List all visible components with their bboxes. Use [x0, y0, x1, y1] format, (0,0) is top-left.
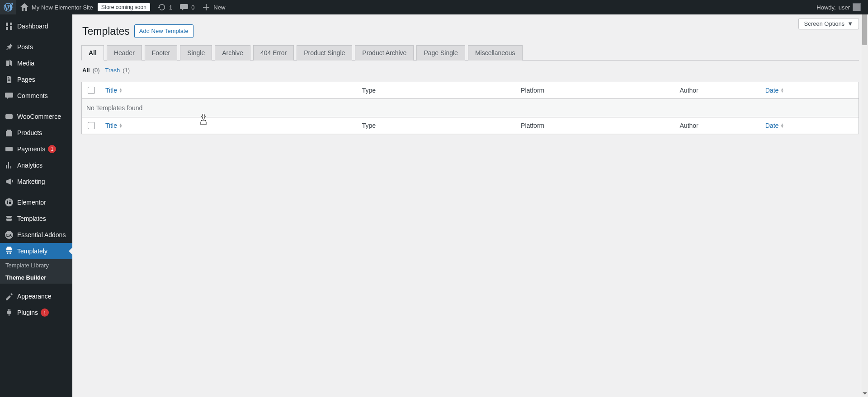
updates-menu[interactable]: 1 — [154, 0, 176, 14]
svg-rect-0 — [5, 114, 13, 119]
filter-trash-count: (1) — [123, 67, 130, 74]
tab-footer[interactable]: Footer — [145, 45, 177, 61]
sort-icon: ▲▼ — [119, 88, 123, 93]
page-title: Templates — [82, 25, 130, 37]
plus-icon — [202, 3, 211, 12]
new-label: New — [213, 4, 225, 11]
howdy-prefix: Howdy, — [816, 4, 835, 11]
sidebar-item-comments[interactable]: Comments — [0, 88, 72, 104]
user-name-label: user — [839, 4, 850, 11]
filter-all-label[interactable]: All — [82, 67, 90, 74]
sort-icon: ▲▼ — [119, 123, 123, 128]
col-date[interactable]: Date ▲▼ — [761, 82, 859, 98]
woocommerce-icon — [5, 112, 14, 121]
select-all-checkbox-top[interactable] — [88, 87, 95, 94]
col-title[interactable]: Title ▲▼ — [101, 82, 358, 98]
sort-icon: ▲▼ — [780, 88, 784, 93]
updates-count: 1 — [169, 4, 172, 11]
sidebar-item-pages[interactable]: Pages — [0, 71, 72, 88]
sidebar-item-media[interactable]: Media — [0, 55, 72, 71]
badge-count: 1 — [48, 145, 56, 152]
empty-state-row: No Templates found — [82, 99, 859, 117]
pages-icon — [5, 75, 14, 84]
sidebar-item-label: Comments — [17, 92, 48, 99]
sort-icon: ▲▼ — [780, 123, 784, 128]
tab-product-single[interactable]: Product Single — [297, 45, 352, 61]
status-filters: All (0) Trash (1) — [82, 67, 859, 74]
site-name-label: My New Elementor Site — [32, 4, 93, 11]
sidebar-item-label: Media — [17, 60, 34, 67]
products-icon — [5, 128, 14, 137]
col-platform: Platform — [516, 82, 675, 98]
avatar-icon — [853, 3, 861, 11]
col-type: Type — [358, 82, 516, 98]
main-content: Screen Options ▼ Templates Add New Templ… — [72, 14, 868, 152]
col-platform-foot: Platform — [516, 117, 675, 134]
admin-menu-sidebar: Dashboard Posts Media Pages Comments Woo… — [0, 14, 72, 152]
home-icon — [20, 3, 29, 12]
sidebar-item-dashboard[interactable]: Dashboard — [0, 18, 72, 34]
pin-icon — [5, 42, 14, 51]
sidebar-item-label: WooCommerce — [17, 113, 61, 120]
sidebar-item-label: Products — [17, 129, 42, 136]
sidebar-item-products[interactable]: Products — [0, 125, 72, 141]
table-header-row: Title ▲▼ Type Platform Author Date ▲▼ — [82, 82, 859, 99]
comments-menu[interactable]: 0 — [176, 0, 198, 14]
tab-all[interactable]: All — [81, 45, 104, 61]
tab-header[interactable]: Header — [107, 45, 142, 61]
wordpress-icon — [4, 3, 13, 12]
template-type-tabs: All Header Footer Single Archive 404 Err… — [81, 45, 859, 60]
payments-icon — [5, 145, 14, 152]
sidebar-item-posts[interactable]: Posts — [0, 39, 72, 55]
filter-all-count: (0) — [93, 67, 100, 74]
sidebar-item-label: Dashboard — [17, 23, 48, 30]
svg-rect-2 — [5, 148, 13, 149]
tab-single[interactable]: Single — [180, 45, 212, 61]
dashboard-icon — [5, 22, 14, 31]
col-type-foot: Type — [358, 117, 516, 134]
comment-icon — [179, 3, 189, 12]
tab-archive[interactable]: Archive — [215, 45, 250, 61]
tab-page-single[interactable]: Page Single — [416, 45, 465, 61]
col-date-foot[interactable]: Date ▲▼ — [761, 117, 859, 134]
tab-miscellaneous[interactable]: Miscellaneous — [468, 45, 523, 61]
sidebar-item-label: Pages — [17, 76, 35, 83]
tab-404[interactable]: 404 Error — [253, 45, 294, 61]
chevron-down-icon: ▼ — [847, 20, 853, 27]
col-author-foot: Author — [675, 117, 761, 134]
sidebar-item-payments[interactable]: Payments 1 — [0, 141, 72, 152]
sidebar-item-woocommerce[interactable]: WooCommerce — [0, 108, 72, 125]
select-all-checkbox-bottom[interactable] — [88, 122, 95, 129]
admin-bar: My New Elementor Site Store coming soon … — [0, 0, 868, 14]
sidebar-item-label: Payments — [17, 145, 45, 152]
col-author: Author — [675, 82, 761, 98]
col-title-foot[interactable]: Title ▲▼ — [101, 117, 358, 134]
screen-options-button[interactable]: Screen Options ▼ — [798, 18, 859, 29]
screen-options-label: Screen Options — [804, 20, 845, 27]
add-new-template-button[interactable]: Add New Template — [134, 24, 193, 38]
filter-trash-link[interactable]: Trash — [105, 67, 120, 74]
table-footer-row: Title ▲▼ Type Platform Author Date ▲▼ — [82, 117, 859, 134]
update-icon — [157, 3, 166, 12]
comments-icon — [5, 91, 14, 100]
tab-product-archive[interactable]: Product Archive — [355, 45, 414, 61]
new-content-menu[interactable]: New — [198, 0, 229, 14]
media-icon — [5, 59, 14, 68]
window-scrollbar[interactable] — [861, 0, 868, 152]
sidebar-item-label: Posts — [17, 43, 33, 51]
comments-count: 0 — [191, 4, 194, 11]
site-name-menu[interactable]: My New Elementor Site Store coming soon — [16, 0, 154, 14]
wordpress-logo-menu[interactable] — [0, 0, 16, 14]
templates-table: Title ▲▼ Type Platform Author Date ▲▼ No… — [81, 82, 859, 134]
my-account-menu[interactable]: Howdy, user — [813, 0, 864, 14]
store-status-badge: Store coming soon — [98, 3, 150, 11]
